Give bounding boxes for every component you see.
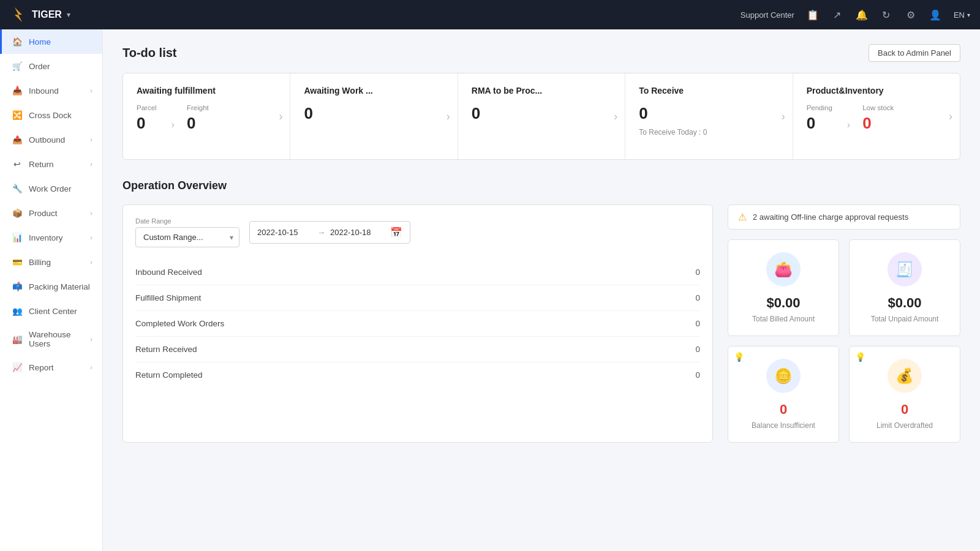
sidebar-label-report: Report [29, 363, 84, 372]
todo-value-product-inventory-1: 0 [862, 114, 894, 133]
metric-card-total-unpaid: 🧾 $0.00 Total Unpaid Amount [849, 239, 960, 336]
stat-row: Return Completed 0 [135, 362, 700, 388]
chevron-icon-inventory: › [90, 234, 92, 241]
bell-icon[interactable]: 🔔 [856, 9, 868, 21]
date-separator: → [317, 228, 325, 237]
sidebar-item-packing[interactable]: 📫 Packing Material [0, 274, 102, 299]
sidebar-label-inbound: Inbound [29, 86, 84, 96]
app-dropdown-icon[interactable]: ▾ [67, 11, 70, 19]
chevron-icon-report: › [90, 364, 92, 371]
todo-cards: Awaiting fulfillment Parcel 0 › Freight … [123, 73, 960, 160]
todo-arrow-icon-awaiting-fulfillment[interactable]: › [279, 110, 282, 123]
sidebar-item-order[interactable]: 🛒 Order [0, 54, 102, 78]
outbound-icon: 📤 [12, 134, 23, 145]
date-range-fieldset: Date Range Custom Range... Today This We… [135, 217, 239, 247]
metric-label-total-billed: Total Billed Amount [752, 315, 815, 323]
stat-label: Completed Work Orders [135, 319, 224, 328]
sidebar-label-billing: Billing [29, 258, 84, 267]
todo-label-product-inventory-1: Low stock [862, 104, 894, 111]
inbound-icon: 📥 [12, 85, 23, 96]
logo-area[interactable]: TIGER ▾ [10, 6, 70, 23]
inner-arrow-icon-awaiting-fulfillment: › [172, 119, 175, 130]
todo-arrow-icon-to-receive[interactable]: › [782, 110, 785, 123]
todo-arrow-icon-product-inventory[interactable]: › [949, 110, 952, 123]
main-layout: 🏠 Home 🛒 Order 📥 Inbound › 🔀 Cross Dock … [0, 29, 980, 551]
todo-label-awaiting-fulfillment-1: Freight [187, 104, 209, 111]
todo-card-product-inventory[interactable]: Product&Inventory Pending 0 › Low stock … [793, 73, 960, 159]
sidebar-item-crossdock[interactable]: 🔀 Cross Dock [0, 103, 102, 127]
todo-card-awaiting-work[interactable]: Awaiting Work ...0› [290, 73, 458, 159]
todo-card-to-receive[interactable]: To Receive0To Receive Today : 0› [625, 73, 793, 159]
metric-card-wrapper-limit-overdrafted: 💡 💰 0 Limit Overdrafted [849, 346, 960, 443]
sidebar-label-warehouse: Warehouse Users [29, 330, 84, 348]
user-icon[interactable]: 👤 [929, 9, 941, 21]
sidebar-item-warehouse[interactable]: 🏭 Warehouse Users › [0, 323, 102, 355]
sidebar-item-return[interactable]: ↩ Return › [0, 152, 102, 176]
todo-card-title-awaiting-fulfillment: Awaiting fulfillment [137, 86, 276, 96]
order-icon: 🛒 [12, 61, 23, 72]
sidebar-item-product[interactable]: 📦 Product › [0, 201, 102, 225]
alert-text: 2 awaiting Off-line charge approval requ… [753, 212, 908, 222]
inner-arrow-icon-product-inventory: › [847, 119, 850, 130]
crossdock-icon: 🔀 [12, 110, 23, 121]
stat-value: 0 [695, 268, 700, 277]
date-range-section: Date Range Custom Range... Today This We… [135, 217, 700, 247]
stat-row: Fulfilled Shipment 0 [135, 285, 700, 311]
back-to-admin-button[interactable]: Back to Admin Panel [869, 44, 960, 62]
home-icon: 🏠 [12, 36, 23, 47]
todo-label-product-inventory-0: Pending [807, 104, 832, 111]
sidebar-label-inventory: Inventory [29, 233, 84, 242]
date-range-input-group[interactable]: → 📅 [249, 221, 410, 244]
tiger-logo-icon [10, 6, 27, 23]
sidebar-label-order: Order [29, 62, 92, 71]
metric-card-wrapper-total-unpaid: 🧾 $0.00 Total Unpaid Amount [849, 239, 960, 336]
stat-row: Inbound Received 0 [135, 260, 700, 285]
metric-amount-limit-overdrafted: 0 [901, 402, 908, 418]
support-center-link[interactable]: Support Center [741, 10, 794, 20]
stat-label: Fulfilled Shipment [135, 293, 201, 302]
stat-label: Return Completed [135, 370, 203, 380]
date-to-input[interactable] [330, 228, 385, 237]
sidebar-label-product: Product [29, 209, 84, 218]
date-range-select[interactable]: Custom Range... Today This Week This Mon… [135, 227, 239, 247]
client-icon: 👥 [12, 305, 23, 317]
metric-label-balance-insufficient: Balance Insufficient [752, 421, 815, 430]
chevron-icon-product: › [90, 209, 92, 217]
refresh-icon[interactable]: ↻ [880, 9, 892, 21]
stat-row: Completed Work Orders 0 [135, 311, 700, 337]
sidebar-item-inventory[interactable]: 📊 Inventory › [0, 225, 102, 250]
date-from-input[interactable] [257, 228, 312, 237]
alert-banner: ⚠ 2 awaiting Off-line charge approval re… [728, 204, 960, 230]
sidebar-item-home[interactable]: 🏠 Home [0, 29, 102, 54]
sidebar-label-client: Client Center [29, 307, 92, 316]
metric-card-wrapper-total-billed: 👛 $0.00 Total Billed Amount [728, 239, 839, 336]
billing-icon: 💳 [12, 257, 23, 268]
sidebar-label-outbound: Outbound [29, 135, 84, 144]
overview-right-panel: ⚠ 2 awaiting Off-line charge approval re… [728, 204, 960, 443]
packing-icon: 📫 [12, 281, 23, 292]
sidebar-label-packing: Packing Material [29, 282, 92, 291]
todo-label-awaiting-fulfillment-0: Parcel [137, 104, 157, 111]
todo-value-product-inventory-0: 0 [807, 114, 832, 133]
todo-card-rma[interactable]: RMA to be Proc...0› [458, 73, 625, 159]
sidebar-item-client[interactable]: 👥 Client Center [0, 299, 102, 323]
svg-marker-0 [15, 7, 22, 22]
top-header: TIGER ▾ Support Center 📋 ↗ 🔔 ↻ ⚙ 👤 EN ▾ [0, 0, 980, 29]
todo-card-awaiting-fulfillment[interactable]: Awaiting fulfillment Parcel 0 › Freight … [123, 73, 290, 159]
sidebar-item-outbound[interactable]: 📤 Outbound › [0, 127, 102, 152]
chevron-icon-inbound: › [90, 87, 92, 94]
todo-arrow-icon-rma[interactable]: › [614, 110, 617, 123]
todo-arrow-icon-awaiting-work[interactable]: › [447, 110, 450, 123]
share-icon[interactable]: ↗ [831, 9, 843, 21]
overview-layout: Date Range Custom Range... Today This We… [123, 204, 960, 443]
stat-row: Return Received 0 [135, 337, 700, 362]
language-selector[interactable]: EN ▾ [954, 10, 970, 20]
clipboard-icon[interactable]: 📋 [807, 9, 819, 21]
sidebar-item-workorder[interactable]: 🔧 Work Order [0, 176, 102, 201]
sidebar-item-inbound[interactable]: 📥 Inbound › [0, 78, 102, 103]
calendar-icon[interactable]: 📅 [390, 227, 402, 238]
sidebar-item-report[interactable]: 📈 Report › [0, 355, 102, 380]
sidebar-item-billing[interactable]: 💳 Billing › [0, 250, 102, 274]
settings-icon[interactable]: ⚙ [905, 9, 917, 21]
todo-value-to-receive: 0 [639, 104, 778, 123]
